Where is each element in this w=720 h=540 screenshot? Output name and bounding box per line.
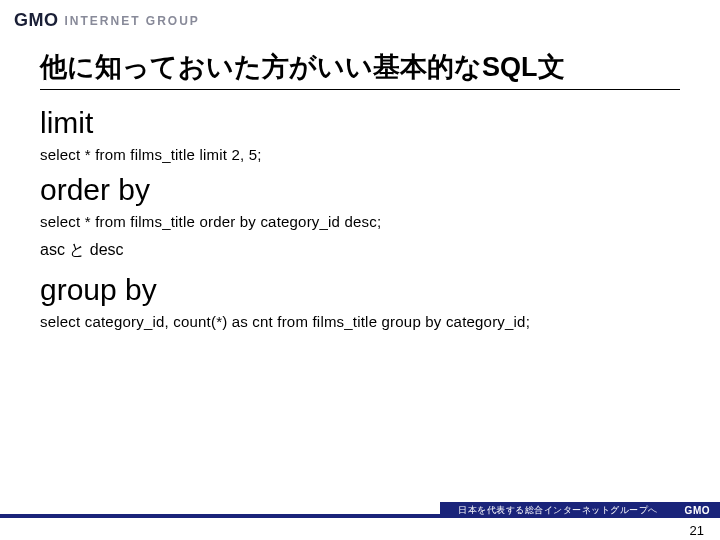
section-heading-orderby: order by bbox=[40, 173, 680, 207]
brand-logo: GMO INTERNET GROUP bbox=[14, 10, 720, 31]
section-heading-limit: limit bbox=[40, 106, 680, 140]
section-note-orderby: asc と desc bbox=[40, 240, 680, 261]
slide-footer: 日本を代表する総合インターネットグループへ GMO 21 bbox=[0, 502, 720, 540]
section-code-orderby: select * from films_title order by categ… bbox=[40, 213, 680, 230]
section-heading-groupby: group by bbox=[40, 273, 680, 307]
slide-title: 他に知っておいた方がいい基本的なSQL文 bbox=[40, 49, 680, 90]
slide-content: 他に知っておいた方がいい基本的なSQL文 limit select * from… bbox=[0, 31, 720, 330]
logo-main: GMO bbox=[14, 10, 59, 31]
footer-tagline: 日本を代表する総合インターネットグループへ bbox=[458, 504, 658, 517]
logo-subtext: INTERNET GROUP bbox=[65, 14, 200, 28]
section-code-limit: select * from films_title limit 2, 5; bbox=[40, 146, 680, 163]
footer-tagline-bar: 日本を代表する総合インターネットグループへ GMO bbox=[440, 502, 720, 518]
section-code-groupby: select category_id, count(*) as cnt from… bbox=[40, 313, 680, 330]
page-number: 21 bbox=[690, 523, 704, 538]
slide-header: GMO INTERNET GROUP bbox=[0, 0, 720, 31]
footer-logo: GMO bbox=[685, 505, 710, 516]
